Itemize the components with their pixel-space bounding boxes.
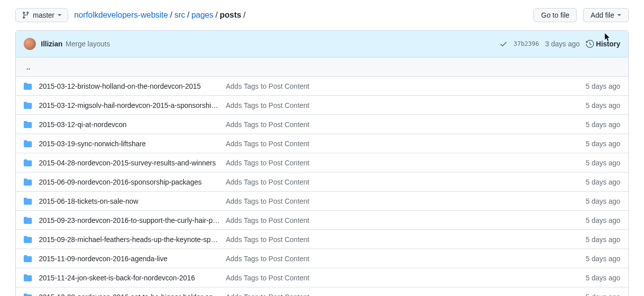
folder-icon bbox=[24, 159, 32, 167]
file-name-link[interactable]: 2015-06-09-nordevcon-2016-sponsorship-pa… bbox=[39, 178, 202, 186]
file-age: 5 days ago bbox=[586, 178, 621, 186]
file-age: 5 days ago bbox=[586, 159, 621, 167]
folder-icon bbox=[24, 216, 32, 224]
file-name-link[interactable]: 2015-03-12-migsolv-hail-nordevcon-2015-a… bbox=[39, 101, 218, 109]
file-commit-message[interactable]: Adds Tags to Post Content bbox=[226, 235, 310, 244]
file-commit-message[interactable]: Adds Tags to Post Content bbox=[226, 82, 310, 90]
file-age: 5 days ago bbox=[586, 274, 621, 282]
file-list-box: Illizian Merge layouts 37b2396 3 days ag… bbox=[15, 30, 629, 296]
up-directory-link[interactable]: .. bbox=[26, 63, 30, 71]
table-row: 2015-12-08-nordevcon-2016-set-to-be-bigg… bbox=[16, 287, 628, 296]
file-commit-message[interactable]: Adds Tags to Post Content bbox=[226, 121, 310, 129]
table-row: 2015-03-19-sync-norwich-liftshareAdds Ta… bbox=[16, 134, 628, 153]
folder-icon bbox=[24, 235, 32, 244]
history-icon bbox=[586, 40, 594, 48]
folder-icon bbox=[24, 82, 32, 90]
folder-icon bbox=[24, 140, 32, 148]
caret-down-icon bbox=[58, 14, 62, 16]
breadcrumb-current: posts bbox=[220, 11, 241, 19]
file-name-link[interactable]: 2015-11-09-nordevcon-2016-agenda-live bbox=[39, 255, 168, 263]
commit-sha[interactable]: 37b2396 bbox=[514, 40, 539, 47]
file-commit-message[interactable]: Adds Tags to Post Content bbox=[226, 274, 310, 282]
commit-message[interactable]: Merge layouts bbox=[66, 40, 110, 48]
file-age: 5 days ago bbox=[586, 293, 621, 296]
breadcrumb: norfolkdevelopers-website/src/pages/post… bbox=[74, 11, 527, 20]
commit-age: 3 days ago bbox=[545, 40, 580, 48]
git-branch-icon bbox=[22, 11, 30, 19]
file-age: 5 days ago bbox=[586, 255, 621, 263]
table-row: 2015-06-18-tickets-on-sale-nowAdds Tags … bbox=[16, 192, 628, 211]
table-row: 2015-03-12-bristow-holland-on-the-nordev… bbox=[16, 77, 628, 96]
file-name-link[interactable]: 2015-03-12-qi-at-nordevcon bbox=[39, 121, 127, 129]
file-commit-message[interactable]: Adds Tags to Post Content bbox=[226, 197, 310, 205]
file-age: 5 days ago bbox=[586, 101, 621, 109]
branch-select-button[interactable]: master bbox=[15, 8, 68, 22]
file-age: 5 days ago bbox=[586, 197, 621, 205]
table-row: 2015-09-28-michael-feathers-heads-up-the… bbox=[16, 230, 628, 249]
file-age: 5 days ago bbox=[586, 216, 621, 224]
file-name-link[interactable]: 2015-12-08-nordevcon-2016-set-to-be-bigg… bbox=[39, 293, 220, 296]
breadcrumb-repo[interactable]: norfolkdevelopers-website bbox=[74, 11, 168, 19]
file-commit-message[interactable]: Adds Tags to Post Content bbox=[226, 255, 310, 263]
folder-icon bbox=[24, 101, 32, 109]
file-commit-message[interactable]: Adds Tags to Post Content bbox=[226, 216, 310, 224]
file-commit-message[interactable]: Adds Tags to Post Content bbox=[226, 293, 310, 296]
file-age: 5 days ago bbox=[586, 82, 621, 90]
folder-icon bbox=[24, 293, 32, 296]
file-name-link[interactable]: 2015-03-19-sync-norwich-liftshare bbox=[39, 140, 146, 148]
history-link[interactable]: History bbox=[586, 40, 620, 48]
file-commit-message[interactable]: Adds Tags to Post Content bbox=[226, 101, 310, 109]
table-row: 2015-06-09-nordevcon-2016-sponsorship-pa… bbox=[16, 172, 628, 192]
file-name-link[interactable]: 2015-06-18-tickets-on-sale-now bbox=[39, 197, 138, 205]
file-commit-message[interactable]: Adds Tags to Post Content bbox=[226, 178, 310, 186]
table-row: 2015-11-09-nordevcon-2016-agenda-liveAdd… bbox=[16, 249, 628, 268]
up-directory-row[interactable]: .. bbox=[16, 57, 628, 77]
caret-down-icon bbox=[617, 14, 621, 16]
folder-icon bbox=[24, 178, 32, 186]
go-to-file-button[interactable]: Go to file bbox=[533, 8, 577, 22]
table-row: 2015-11-24-jon-skeet-is-back-for-nordevc… bbox=[16, 268, 628, 287]
table-row: 2015-03-12-qi-at-nordevconAdds Tags to P… bbox=[16, 115, 628, 134]
commit-author[interactable]: Illizian bbox=[41, 40, 63, 48]
file-name-link[interactable]: 2015-03-12-bristow-holland-on-the-nordev… bbox=[39, 82, 201, 90]
branch-name: master bbox=[33, 11, 55, 19]
file-name-link[interactable]: 2015-11-24-jon-skeet-is-back-for-nordevc… bbox=[39, 274, 195, 282]
breadcrumb-part[interactable]: pages bbox=[191, 11, 214, 19]
file-name-link[interactable]: 2015-04-28-nordevcon-2015-survey-results… bbox=[39, 159, 216, 167]
file-age: 5 days ago bbox=[586, 235, 621, 244]
file-commit-message[interactable]: Adds Tags to Post Content bbox=[226, 159, 310, 167]
add-file-button[interactable]: Add file bbox=[583, 8, 629, 22]
folder-icon bbox=[24, 121, 32, 129]
avatar[interactable] bbox=[24, 38, 36, 50]
table-row: 2015-09-23-nordevcon-2016-to-support-the… bbox=[16, 211, 628, 230]
folder-icon bbox=[24, 274, 32, 282]
table-row: 2015-03-12-migsolv-hail-nordevcon-2015-a… bbox=[16, 96, 628, 115]
folder-icon bbox=[24, 197, 32, 205]
check-icon[interactable] bbox=[500, 40, 508, 48]
file-name-link[interactable]: 2015-09-28-michael-feathers-heads-up-the… bbox=[39, 235, 218, 244]
file-age: 5 days ago bbox=[586, 121, 621, 129]
table-row: 2015-04-28-nordevcon-2015-survey-results… bbox=[16, 153, 628, 172]
breadcrumb-part[interactable]: src bbox=[174, 11, 185, 19]
file-commit-message[interactable]: Adds Tags to Post Content bbox=[226, 140, 310, 148]
latest-commit-bar: Illizian Merge layouts 37b2396 3 days ag… bbox=[16, 31, 628, 57]
file-name-link[interactable]: 2015-09-23-nordevcon-2016-to-support-the… bbox=[39, 216, 220, 224]
folder-icon bbox=[24, 255, 32, 263]
toolbar: master norfolkdevelopers-website/src/pag… bbox=[15, 0, 629, 30]
file-age: 5 days ago bbox=[586, 140, 621, 148]
